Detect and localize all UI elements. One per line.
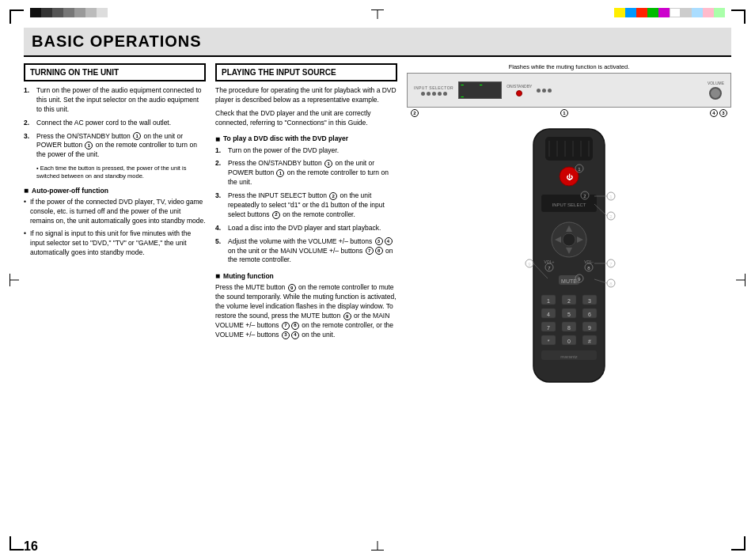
svg-text:7: 7 xyxy=(609,262,613,267)
svg-text:0: 0 xyxy=(567,339,571,344)
svg-text:VOL+: VOL+ xyxy=(544,259,555,264)
auto-power-bullet-1: If the power of the connected DVD player… xyxy=(24,198,206,226)
device-diagram: INPUT SELECTOR - - - xyxy=(407,73,731,119)
svg-text:1: 1 xyxy=(609,195,613,199)
dvd-step-2: 2. Press the ON/STANDBY button 1 on the … xyxy=(215,159,397,187)
auto-power-title: Auto-power-off function xyxy=(24,186,206,195)
auto-power-section: Auto-power-off function xyxy=(24,186,206,195)
section-playing-title: PLAYING THE INPUT SOURCE xyxy=(222,68,336,77)
right-column: Flashes while the muting function is act… xyxy=(407,63,731,394)
svg-text:8: 8 xyxy=(609,282,613,286)
svg-text:8: 8 xyxy=(567,325,571,331)
svg-rect-1 xyxy=(545,137,593,161)
svg-text:#: # xyxy=(588,339,591,344)
diagram-numbers: 2 1 43 xyxy=(407,108,731,119)
muting-subsection: Muting function xyxy=(215,271,397,280)
middle-column: PLAYING THE INPUT SOURCE The procedure f… xyxy=(215,63,397,394)
dvd-subsection: To play a DVD disc with the DVD player xyxy=(215,134,397,143)
cross-top-h xyxy=(371,9,384,10)
page-title: BASIC OPERATIONS xyxy=(32,32,202,50)
playing-intro2: Check that the DVD player and the unit a… xyxy=(215,109,397,128)
svg-text:9: 9 xyxy=(528,262,531,267)
muting-title: Muting function xyxy=(215,271,397,280)
diagram-label: Flashes while the muting function is act… xyxy=(407,63,731,70)
black-bar xyxy=(30,8,108,17)
svg-text:*: * xyxy=(548,339,550,344)
cross-bottom-h xyxy=(371,550,384,551)
input-selector-area: INPUT SELECTOR xyxy=(414,85,453,96)
svg-text:3: 3 xyxy=(588,298,591,304)
svg-text:7: 7 xyxy=(547,325,550,331)
left-column: TURNING ON THE UNIT 1. Turn on the power… xyxy=(24,63,206,394)
cross-top-v xyxy=(378,9,378,19)
device-display: - - - xyxy=(458,81,502,99)
remote-svg: ⏻ 1 INPUT SELECT 2 xyxy=(518,125,620,394)
mode-area xyxy=(537,89,552,93)
page-number: 16 xyxy=(24,539,38,554)
svg-text:MUTE: MUTE xyxy=(561,278,577,284)
step-2: 2. Connect the AC power cord to the wall… xyxy=(24,119,206,128)
section-playing-header: PLAYING THE INPUT SOURCE xyxy=(215,63,397,81)
dvd-step-1: 1. Turn on the power of the DVD player. xyxy=(215,146,397,156)
auto-power-bullet-2: If no signal is input to this unit for f… xyxy=(24,229,206,258)
svg-text:4: 4 xyxy=(547,312,550,317)
volume-knob xyxy=(709,87,722,100)
dvd-step-4: 4. Load a disc into the DVD player and s… xyxy=(215,224,397,233)
svg-text:⏻: ⏻ xyxy=(566,173,573,181)
device-body: INPUT SELECTOR - - - xyxy=(407,73,731,108)
corner-mark-br xyxy=(731,536,746,551)
svg-text:INPUT SELECT: INPUT SELECT xyxy=(552,202,586,207)
turning-on-steps: 1. Turn on the power of the audio equipm… xyxy=(24,86,206,160)
svg-text:2: 2 xyxy=(567,298,571,304)
dvd-steps: 1. Turn on the power of the DVD player. … xyxy=(215,146,397,266)
remote-control-area: ⏻ 1 INPUT SELECT 2 xyxy=(407,125,731,394)
main-content: BASIC OPERATIONS TURNING ON THE UNIT 1. … xyxy=(24,28,731,536)
dvd-step-3: 3. Press the INPUT SELECT button 2 on th… xyxy=(215,191,397,220)
content-columns: TURNING ON THE UNIT 1. Turn on the power… xyxy=(24,63,731,394)
svg-text:9: 9 xyxy=(588,325,591,331)
cross-right-h xyxy=(736,280,746,281)
corner-mark-bl xyxy=(9,536,24,551)
svg-text:1: 1 xyxy=(547,298,550,304)
step-3: 3. Press the ON/STANDBY button 1 on the … xyxy=(24,132,206,161)
corner-mark-tl xyxy=(9,9,24,24)
svg-text:5: 5 xyxy=(567,312,571,317)
step-1: 1. Turn on the power of the audio equipm… xyxy=(24,86,206,115)
playing-intro: The procedure for operating the unit for… xyxy=(215,86,397,105)
section-turning-on-header: TURNING ON THE UNIT xyxy=(24,63,206,81)
svg-point-17 xyxy=(563,233,575,246)
volume-area: VOLUME xyxy=(708,81,724,100)
svg-text:6: 6 xyxy=(588,312,591,317)
cross-left-h xyxy=(9,280,19,281)
dvd-title: To play a DVD disc with the DVD player xyxy=(215,134,397,143)
svg-text:marantz: marantz xyxy=(560,354,578,359)
page-header: BASIC OPERATIONS xyxy=(24,28,731,57)
muting-text: Press the MUTE button 9 on the remote co… xyxy=(215,283,397,339)
corner-mark-tr xyxy=(731,9,746,24)
svg-text:VOL-: VOL- xyxy=(584,259,594,264)
auto-power-bullets: If the power of the connected DVD player… xyxy=(24,198,206,257)
svg-text:2: 2 xyxy=(609,214,613,219)
section-turning-on-title: TURNING ON THE UNIT xyxy=(30,68,119,77)
dvd-step-5: 5. Adjust the volume with the VOLUME +/–… xyxy=(215,237,397,266)
standby-area: ON/STANDBY xyxy=(506,84,532,96)
color-bar xyxy=(614,8,725,17)
step3-note: • Each time the button is pressed, the p… xyxy=(24,164,206,180)
